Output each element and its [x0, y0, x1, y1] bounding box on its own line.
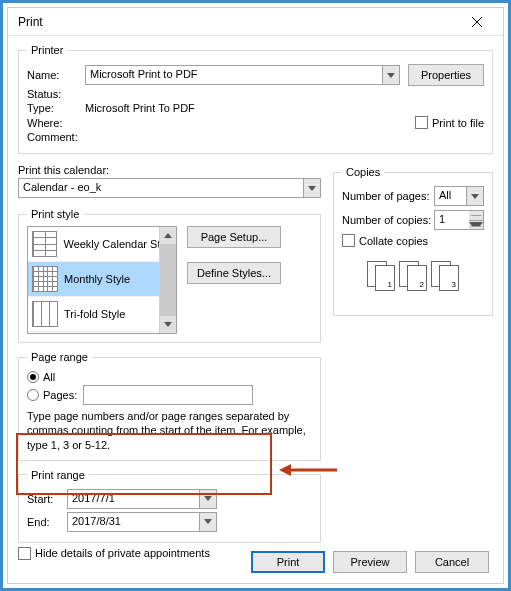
style-item-label: Monthly Style — [64, 273, 130, 285]
chevron-down-icon — [466, 187, 483, 205]
num-copies-input[interactable]: 1 — [434, 210, 469, 230]
scroll-up-icon[interactable] — [160, 227, 176, 244]
pages-radio-label: Pages: — [43, 389, 83, 401]
chevron-down-icon — [303, 179, 320, 197]
copies-legend: Copies — [342, 166, 384, 178]
style-item-weekly[interactable]: Weekly Calendar Style — [28, 227, 176, 262]
type-label: Type: — [27, 102, 85, 114]
printer-group: Printer Name: Microsoft Print to PDF Pro… — [18, 44, 493, 154]
pages-radio[interactable] — [27, 389, 39, 401]
end-date-combo[interactable]: 2017/8/31 — [67, 512, 217, 532]
print-calendar-combo[interactable]: Calendar - eo_k — [18, 178, 321, 198]
num-pages-label: Number of pages: — [342, 190, 434, 202]
collate-checkbox[interactable] — [342, 234, 355, 247]
hide-private-label: Hide details of private appointments — [35, 547, 210, 559]
scroll-down-icon[interactable] — [160, 316, 176, 333]
print-button[interactable]: Print — [251, 551, 325, 573]
num-pages-combo[interactable]: All — [434, 186, 484, 206]
print-to-file-label: Print to file — [432, 117, 484, 129]
window-title: Print — [18, 15, 457, 29]
scroll-thumb[interactable] — [160, 244, 176, 316]
pages-input[interactable] — [83, 385, 253, 405]
collate-label: Collate copies — [359, 235, 428, 247]
printer-name-value: Microsoft Print to PDF — [86, 66, 382, 84]
titlebar: Print — [8, 8, 503, 36]
name-label: Name: — [27, 69, 85, 81]
trifold-icon — [32, 301, 58, 327]
page-range-group: Page range All Pages: Type page numbers … — [18, 351, 321, 461]
dialog-footer: Print Preview Cancel — [251, 551, 489, 573]
copies-group: Copies Number of pages: All Number of co… — [333, 166, 493, 316]
print-dialog: Print Printer Name: Microsoft Print to P… — [7, 7, 504, 584]
properties-button[interactable]: Properties — [408, 64, 484, 86]
start-label: Start: — [27, 493, 67, 505]
where-label: Where: — [27, 117, 85, 129]
type-value: Microsoft Print To PDF — [85, 102, 195, 114]
collate-preview-icon: 1 1 2 2 3 3 — [342, 261, 484, 291]
close-button[interactable] — [457, 10, 497, 34]
num-copies-label: Number of copies: — [342, 214, 434, 226]
print-style-group: Print style Weekly Calendar Style Monthl… — [18, 208, 321, 343]
print-range-group: Print range Start: 2017/7/1 End: 2017/8 — [18, 469, 321, 543]
style-item-label: Weekly Calendar Style — [63, 238, 172, 250]
end-label: End: — [27, 516, 67, 528]
all-radio-label: All — [43, 371, 55, 383]
num-pages-value: All — [435, 187, 466, 205]
comment-label: Comment: — [27, 131, 97, 143]
start-date-value: 2017/7/1 — [68, 490, 199, 508]
print-calendar-label: Print this calendar: — [18, 164, 321, 176]
style-item-label: Tri-fold Style — [64, 308, 125, 320]
print-range-legend: Print range — [27, 469, 89, 481]
all-radio[interactable] — [27, 371, 39, 383]
page-setup-button[interactable]: Page Setup... — [187, 226, 281, 248]
print-style-legend: Print style — [27, 208, 83, 220]
print-calendar-value: Calendar - eo_k — [19, 179, 303, 197]
chevron-down-icon — [199, 513, 216, 531]
printer-legend: Printer — [27, 44, 67, 56]
copies-spinner[interactable] — [469, 210, 484, 230]
printer-name-combo[interactable]: Microsoft Print to PDF — [85, 65, 400, 85]
start-date-combo[interactable]: 2017/7/1 — [67, 489, 217, 509]
chevron-down-icon — [382, 66, 399, 84]
monthly-icon — [32, 266, 58, 292]
end-date-value: 2017/8/31 — [68, 513, 199, 531]
chevron-down-icon — [199, 490, 216, 508]
weekly-icon — [32, 231, 57, 257]
scrollbar[interactable] — [159, 227, 176, 333]
print-to-file-checkbox[interactable] — [415, 116, 428, 129]
page-range-legend: Page range — [27, 351, 92, 363]
page-range-hint: Type page numbers and/or page ranges sep… — [27, 409, 312, 452]
close-icon — [472, 17, 482, 27]
hide-private-checkbox[interactable] — [18, 547, 31, 560]
cancel-button[interactable]: Cancel — [415, 551, 489, 573]
style-item-trifold[interactable]: Tri-fold Style — [28, 297, 176, 332]
status-label: Status: — [27, 88, 85, 100]
style-list[interactable]: Weekly Calendar Style Monthly Style Tri-… — [27, 226, 177, 334]
style-item-monthly[interactable]: Monthly Style — [28, 262, 176, 297]
preview-button[interactable]: Preview — [333, 551, 407, 573]
define-styles-button[interactable]: Define Styles... — [187, 262, 281, 284]
